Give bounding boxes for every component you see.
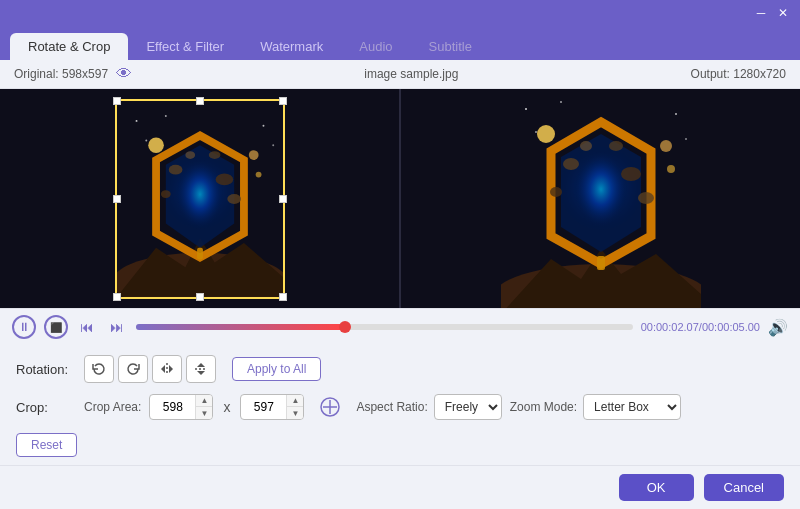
preview-right-image: [501, 89, 701, 308]
rotation-buttons: [84, 355, 216, 383]
info-left: Original: 598x597 👁: [14, 65, 132, 83]
center-crop-button[interactable]: [316, 393, 344, 421]
svg-point-41: [675, 113, 677, 115]
flip-horizontal-button[interactable]: [152, 355, 182, 383]
pause-icon: ⏸: [18, 320, 30, 334]
svg-point-17: [135, 119, 137, 121]
crop-height-input[interactable]: [241, 398, 286, 416]
width-up-button[interactable]: ▲: [196, 395, 212, 407]
next-frame-button[interactable]: ⏭: [106, 316, 128, 338]
svg-point-31: [580, 141, 592, 151]
svg-marker-49: [197, 371, 205, 375]
cross-separator: x: [223, 399, 230, 415]
ok-button[interactable]: OK: [619, 474, 694, 501]
svg-marker-48: [197, 363, 205, 367]
svg-point-19: [262, 124, 264, 126]
tab-subtitle[interactable]: Subtitle: [411, 33, 490, 60]
crop-row: Crop: Crop Area: ▲ ▼ x ▲ ▼: [16, 393, 784, 421]
height-up-button[interactable]: ▲: [287, 395, 303, 407]
crop-handle-tl[interactable]: [113, 97, 121, 105]
filename-label: image sample.jpg: [364, 67, 458, 81]
aspect-ratio-select[interactable]: Freely 16:9 4:3 1:1 9:16: [434, 394, 502, 420]
time-total: 00:00:05.00: [702, 321, 760, 333]
svg-point-8: [215, 173, 233, 185]
crop-width-input[interactable]: [150, 398, 195, 416]
svg-rect-16: [197, 247, 203, 259]
crop-handle-tm[interactable]: [196, 97, 204, 105]
output-resolution: Output: 1280x720: [691, 67, 786, 81]
svg-marker-28: [561, 134, 641, 252]
crop-handle-ml[interactable]: [113, 195, 121, 203]
progress-thumb[interactable]: [339, 321, 351, 333]
height-down-button[interactable]: ▼: [287, 407, 303, 419]
svg-marker-46: [169, 365, 173, 373]
tab-audio[interactable]: Audio: [341, 33, 410, 60]
crop-handle-mr[interactable]: [279, 195, 287, 203]
bottom-bar: OK Cancel: [0, 465, 800, 509]
info-bar: Original: 598x597 👁 image sample.jpg Out…: [0, 60, 800, 89]
svg-point-34: [638, 192, 654, 204]
prev-frame-button[interactable]: ⏮: [76, 316, 98, 338]
svg-rect-38: [597, 256, 605, 270]
width-spinners: ▲ ▼: [195, 395, 212, 419]
time-display: 00:00:02.07/00:00:05.00: [641, 321, 760, 333]
flip-vertical-button[interactable]: [186, 355, 216, 383]
next-icon: ⏭: [110, 319, 124, 335]
svg-point-43: [535, 131, 537, 133]
zoom-mode-group: Zoom Mode: Letter Box Pan & Scan Full: [510, 394, 681, 420]
svg-point-10: [208, 151, 220, 159]
svg-point-11: [160, 190, 170, 198]
crop-label: Crop:: [16, 400, 76, 415]
eye-icon[interactable]: 👁: [116, 65, 132, 83]
original-resolution: Original: 598x597: [14, 67, 108, 81]
progress-fill: [136, 324, 345, 330]
svg-point-42: [685, 138, 687, 140]
preview-right: [401, 89, 800, 308]
svg-point-29: [563, 158, 579, 170]
zoom-mode-label: Zoom Mode:: [510, 400, 577, 414]
rotate-clockwise-button[interactable]: [118, 355, 148, 383]
tab-rotate-crop[interactable]: Rotate & Crop: [10, 33, 128, 60]
zoom-mode-select[interactable]: Letter Box Pan & Scan Full: [583, 394, 681, 420]
time-current: 00:00:02.07: [641, 321, 699, 333]
width-down-button[interactable]: ▼: [196, 407, 212, 419]
crop-handle-tr[interactable]: [279, 97, 287, 105]
reset-button[interactable]: Reset: [16, 433, 77, 457]
crop-handle-bl[interactable]: [113, 293, 121, 301]
preview-area: [0, 89, 800, 308]
cancel-button[interactable]: Cancel: [704, 474, 784, 501]
prev-icon: ⏮: [80, 319, 94, 335]
svg-marker-45: [161, 365, 165, 373]
svg-point-18: [164, 115, 166, 117]
minimize-button[interactable]: ─: [752, 4, 770, 22]
pause-button[interactable]: ⏸: [12, 315, 36, 339]
stop-button[interactable]: ⬛: [44, 315, 68, 339]
height-spinners: ▲ ▼: [286, 395, 303, 419]
apply-to-all-button[interactable]: Apply to All: [232, 357, 321, 381]
close-button[interactable]: ✕: [774, 4, 792, 22]
main-content: Original: 598x597 👁 image sample.jpg Out…: [0, 60, 800, 509]
volume-icon[interactable]: 🔊: [768, 318, 788, 337]
rotate-counterclockwise-button[interactable]: [84, 355, 114, 383]
tab-bar: Rotate & Crop Effect & Filter Watermark …: [0, 26, 800, 60]
svg-point-36: [660, 140, 672, 152]
height-input-group: ▲ ▼: [240, 394, 304, 420]
progress-bar[interactable]: [136, 324, 633, 330]
svg-point-20: [272, 144, 274, 146]
crop-area-label: Crop Area:: [84, 400, 141, 414]
title-bar: ─ ✕: [0, 0, 800, 26]
crop-overlay[interactable]: [115, 99, 285, 299]
svg-point-33: [550, 187, 562, 197]
rotation-label: Rotation:: [16, 362, 76, 377]
crop-handle-br[interactable]: [279, 293, 287, 301]
width-input-group: ▲ ▼: [149, 394, 213, 420]
aspect-ratio-label: Aspect Ratio:: [356, 400, 427, 414]
tab-effect-filter[interactable]: Effect & Filter: [128, 33, 242, 60]
controls-area: Rotation:: [0, 345, 800, 465]
stop-icon: ⬛: [50, 322, 62, 333]
svg-point-14: [248, 150, 258, 160]
crop-handle-bm[interactable]: [196, 293, 204, 301]
svg-point-7: [168, 164, 182, 174]
aspect-ratio-group: Aspect Ratio: Freely 16:9 4:3 1:1 9:16: [356, 394, 501, 420]
tab-watermark[interactable]: Watermark: [242, 33, 341, 60]
